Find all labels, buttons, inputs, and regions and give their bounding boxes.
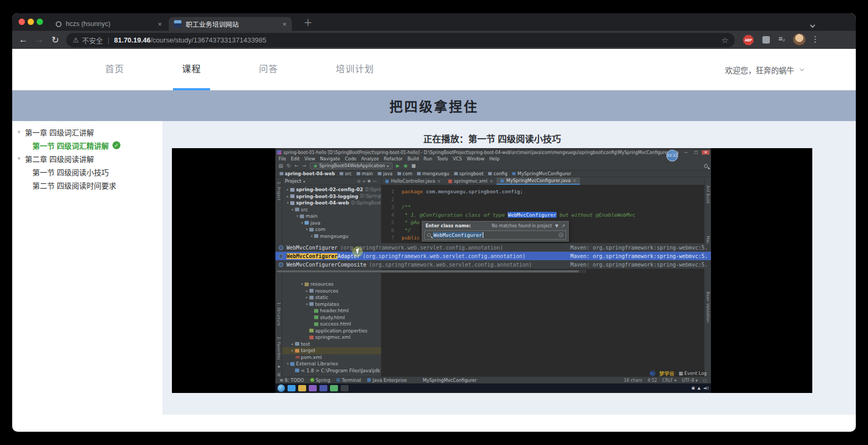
start-button-icon[interactable] xyxy=(277,384,285,392)
breadcrumb-item[interactable]: mengxuegu xyxy=(417,171,449,176)
address-bar[interactable]: ⚠ 不安全 | 81.70.19.46 /course/study/136743… xyxy=(66,33,735,47)
breadcrumb-item[interactable]: springboot xyxy=(454,171,484,176)
zoom-window-button[interactable] xyxy=(37,19,43,25)
ide-menu-item-build[interactable]: Build xyxy=(407,156,419,161)
caret-down-icon[interactable]: ▾ xyxy=(18,155,25,162)
security-chip[interactable]: ⚠ 不安全 xyxy=(73,35,103,45)
ide-menu-item-code[interactable]: Code xyxy=(345,156,357,161)
breadcrumb-item[interactable]: main xyxy=(357,171,373,176)
toolwindow-label[interactable]: Ant Build xyxy=(706,185,710,203)
tab-hczs[interactable]: hczs (hsunnyc) × xyxy=(50,17,167,31)
toolwindow-label[interactable]: Bean Validation xyxy=(706,292,710,323)
project-tree-row[interactable]: ▾com xyxy=(282,226,381,233)
ide-menu-item-view[interactable]: View xyxy=(305,156,315,161)
user-menu[interactable]: 欢迎您，狂奔的蜗牛 xyxy=(725,49,803,90)
media-player-icon[interactable] xyxy=(309,385,317,391)
project-tree-row[interactable]: ▾resources xyxy=(282,281,381,288)
profile-avatar[interactable] xyxy=(793,33,805,46)
new-tab-button[interactable]: ＋ xyxy=(303,18,313,29)
close-window-button[interactable] xyxy=(19,19,25,25)
breadcrumb-item[interactable]: java xyxy=(378,171,393,176)
bookmark-star-icon[interactable]: ☆ xyxy=(722,36,728,45)
tab-training-site[interactable]: 职工业务培训网站 × xyxy=(169,17,292,31)
back-button[interactable]: ← xyxy=(15,35,31,45)
breadcrumb-item[interactable]: com xyxy=(397,171,412,176)
project-tree-row[interactable]: springmvc.xml xyxy=(282,334,381,341)
reload-button[interactable]: ↻ xyxy=(47,35,63,46)
ide-menu-item-file[interactable]: File xyxy=(279,156,286,161)
project-tree-row[interactable]: ▾spring-boot-04-webD:\SpringBootProject xyxy=(282,200,381,207)
project-tree-row[interactable]: ▸static xyxy=(282,294,381,301)
explorer-icon[interactable] xyxy=(298,385,306,391)
project-tree-row[interactable]: ▸target xyxy=(282,347,381,354)
tree-section-1-1[interactable]: 第一节 四级词汇精讲解 ✓ xyxy=(12,139,162,152)
ide-menu-item-analyze[interactable]: Analyze xyxy=(361,156,379,161)
video-player[interactable]: spring-boot-01-hello [D:\SpringBootProje… xyxy=(172,148,812,393)
ide-menu-item-help[interactable]: Help xyxy=(489,156,499,161)
ide-menu-item-edit[interactable]: Edit xyxy=(291,156,299,161)
breadcrumb-item[interactable]: MySpringMvcConfigurer xyxy=(512,171,571,176)
suggestion-row-2-selected[interactable]: WebMvcConfigurerAdapter (org.springframe… xyxy=(275,252,711,260)
toolwindow-label[interactable]: 1: Project xyxy=(276,182,281,200)
todo-toolwindow[interactable]: ≡ 6: TODO xyxy=(280,378,304,383)
tree-section-2-1[interactable]: 第一节 四级阅读小技巧 xyxy=(12,165,162,178)
extensions-puzzle-icon[interactable] xyxy=(762,36,770,44)
nav-item-plan[interactable]: 培训计划 xyxy=(327,49,383,90)
tab-search-chevron-icon[interactable] xyxy=(811,20,814,29)
breadcrumb-item[interactable]: spring-boot-04-web xyxy=(280,171,335,176)
pin-icon[interactable]: ↗ xyxy=(561,224,565,228)
tree-chapter-1[interactable]: ▾ 第一章 四级词汇讲解 xyxy=(12,125,162,139)
project-tree-row[interactable]: ▸resources xyxy=(282,288,381,295)
project-tree-row[interactable]: ▸test xyxy=(282,341,381,348)
adblock-extension-icon[interactable]: ABP xyxy=(743,35,753,45)
ide-menu-item-navigate[interactable]: Navigate xyxy=(320,156,340,161)
terminal-toolwindow[interactable]: Terminal xyxy=(336,378,361,383)
project-tree-row[interactable]: ▸spring-boot-03-loggingD:\SpringBootProj xyxy=(282,193,381,200)
suggestion-row-1[interactable]: WebMvcConfigurer (org.springframework.we… xyxy=(275,243,711,252)
ie-icon[interactable] xyxy=(288,385,296,391)
suggestion-row-3[interactable]: WebMvcConfigurerComposite (org.springfra… xyxy=(275,260,711,269)
ide-menu-item-vcs[interactable]: VCS xyxy=(453,156,462,161)
ide-menu-item-window[interactable]: Window xyxy=(467,156,485,161)
tree-section-2-2[interactable]: 第二节 四级阅读时间要求 xyxy=(12,178,162,192)
breadcrumb-item[interactable]: config xyxy=(488,171,507,176)
project-tree-row[interactable]: ▾mengxuegu xyxy=(282,233,381,240)
tree-chapter-2[interactable]: ▾ 第二章 四级阅读讲解 xyxy=(12,152,162,165)
nav-item-qa[interactable]: 问答 xyxy=(250,49,287,90)
jee-toolwindow[interactable]: Java Enterprise xyxy=(367,378,406,383)
ide-menu-item-tools[interactable]: Tools xyxy=(437,156,448,161)
toolwindow-label[interactable]: 1: Structure xyxy=(276,302,281,326)
toolwindow-label[interactable]: 2: Favorites xyxy=(276,337,281,360)
menu-dots-icon[interactable]: ⋮ xyxy=(811,35,819,44)
nav-item-home[interactable]: 首页 xyxy=(96,49,133,90)
project-tree-row[interactable]: ▾templates xyxy=(282,301,381,308)
project-tree-row[interactable]: ▾src xyxy=(282,207,381,213)
filter-funnel-icon[interactable]: ▼ xyxy=(555,224,558,228)
project-tree-row[interactable]: ▾java xyxy=(282,220,381,227)
project-tree-row[interactable]: ▾main xyxy=(282,213,381,220)
reading-list-icon[interactable]: ≡♪ xyxy=(778,35,785,43)
project-tree-row[interactable]: application.properties xyxy=(282,328,381,335)
project-tree-row[interactable]: success.html xyxy=(282,321,381,328)
app-icon-green[interactable] xyxy=(330,385,338,391)
forward-button[interactable]: → xyxy=(31,35,47,45)
close-tab-icon[interactable]: × xyxy=(158,20,162,28)
breadcrumb-item[interactable]: src xyxy=(340,171,351,176)
ide-menu-item-refactor[interactable]: Refactor xyxy=(384,156,403,161)
project-tree-row[interactable]: study.html xyxy=(282,314,381,321)
spring-toolwindow[interactable]: Spring xyxy=(310,378,330,383)
project-tree-row[interactable]: mpom.xml xyxy=(282,354,381,361)
ide-menu-item-run[interactable]: Run xyxy=(423,156,432,161)
app-icon-blue[interactable] xyxy=(319,385,327,391)
project-tree-row[interactable]: ▾External Libraries xyxy=(282,361,381,367)
project-tree-row[interactable]: ▸spring-boot-02-config-02D:\SpringBootPr xyxy=(282,186,381,193)
clear-icon[interactable]: ✕ xyxy=(559,233,563,237)
close-tab-icon[interactable]: × xyxy=(282,20,287,28)
project-tree-row[interactable]: header.html xyxy=(282,307,381,314)
horizontal-scrollbar[interactable] xyxy=(275,270,586,273)
caret-down-icon[interactable]: ▾ xyxy=(18,129,25,135)
nav-item-courses[interactable]: 课程 xyxy=(173,49,210,90)
minimize-window-button[interactable] xyxy=(28,19,34,25)
class-name-input[interactable]: WebMvcConfigurer ✕ xyxy=(424,230,566,239)
idea-icon[interactable] xyxy=(341,385,349,391)
